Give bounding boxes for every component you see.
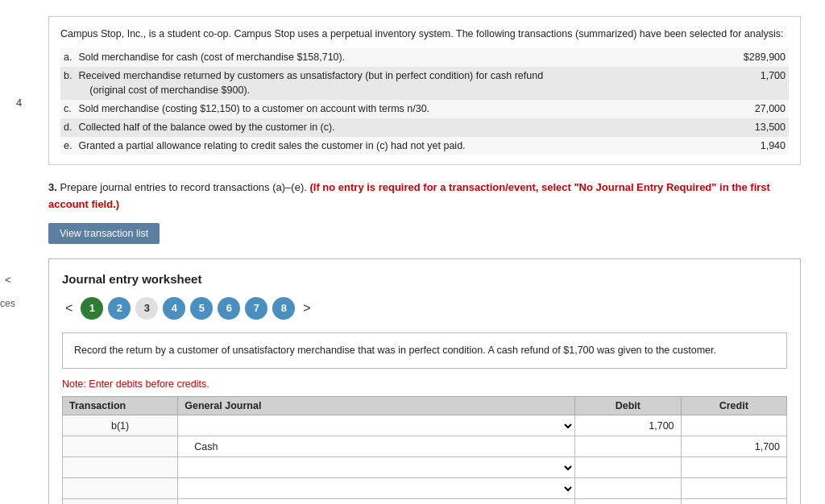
transaction-label bbox=[63, 499, 178, 504]
debit-value bbox=[575, 478, 681, 499]
debit-value bbox=[575, 457, 681, 478]
debit-value: 1,700 bbox=[575, 415, 681, 436]
list-item: e. Granted a partial allowance relating … bbox=[60, 137, 789, 155]
account-select-cell[interactable]: Sales Returns and Allowances Cash Accoun… bbox=[178, 478, 575, 499]
tab-7[interactable]: 7 bbox=[245, 297, 267, 320]
credit-value bbox=[681, 457, 786, 478]
credit-value bbox=[681, 499, 786, 504]
tab-8[interactable]: 8 bbox=[272, 297, 295, 320]
question-number: 3. bbox=[48, 181, 57, 193]
tab-navigation: < 1 2 3 4 5 6 7 8 > bbox=[62, 297, 787, 320]
account-select[interactable]: Sales Returns and Allowances Cash Accoun… bbox=[178, 418, 574, 434]
account-name: Cash bbox=[178, 436, 575, 457]
worksheet-title: Journal entry worksheet bbox=[62, 272, 787, 286]
table-row: Sales Returns and Allowances Cash Accoun… bbox=[63, 478, 787, 499]
tab-5[interactable]: 5 bbox=[190, 297, 213, 320]
intro-text: Campus Stop, Inc., is a student co-op. C… bbox=[60, 27, 789, 42]
col-header-debit: Debit bbox=[575, 397, 681, 415]
description-box: Record the return by a customer of unsat… bbox=[62, 333, 787, 369]
tab-2[interactable]: 2 bbox=[108, 297, 131, 320]
tab-prev-arrow[interactable]: < bbox=[62, 301, 76, 316]
col-header-credit: Credit bbox=[681, 397, 786, 415]
list-item: b. Received merchandise returned by cust… bbox=[60, 67, 789, 101]
account-select-cell[interactable]: Sales Returns and Allowances Cash Accoun… bbox=[178, 499, 575, 504]
tab-3[interactable]: 3 bbox=[135, 297, 158, 320]
transactions-table: a. Sold merchandise for cash (cost of me… bbox=[60, 48, 789, 155]
account-select[interactable]: Sales Returns and Allowances Cash Accoun… bbox=[178, 481, 574, 497]
list-item: a. Sold merchandise for cash (cost of me… bbox=[60, 48, 789, 67]
list-item: c. Sold merchandise (costing $12,150) to… bbox=[60, 100, 789, 118]
list-item: d. Collected half of the balance owed by… bbox=[60, 118, 789, 137]
account-select[interactable]: Sales Returns and Allowances Cash Accoun… bbox=[178, 460, 574, 476]
credit-value: 1,700 bbox=[681, 436, 786, 457]
table-row: Sales Returns and Allowances Cash Accoun… bbox=[63, 499, 787, 504]
tab-6[interactable]: 6 bbox=[218, 297, 240, 320]
question-line: 3. Prepare journal entries to record tra… bbox=[48, 180, 801, 213]
worksheet-box: Journal entry worksheet < 1 2 3 4 5 6 7 … bbox=[48, 258, 801, 504]
intro-box: Campus Stop, Inc., is a student co-op. C… bbox=[48, 16, 801, 165]
col-header-general-journal: General Journal bbox=[178, 397, 575, 415]
credit-value bbox=[681, 478, 786, 499]
transaction-label: b(1) bbox=[63, 415, 178, 436]
table-row: Cash 1,700 bbox=[63, 436, 787, 457]
ces-label: ces bbox=[0, 298, 15, 309]
journal-table: Transaction General Journal Debit Credit… bbox=[62, 396, 787, 504]
table-row: b(1) Sales Returns and Allowances Cash A… bbox=[63, 415, 787, 436]
tab-4[interactable]: 4 bbox=[163, 297, 185, 320]
transaction-label bbox=[63, 478, 178, 499]
tab-next-arrow[interactable]: > bbox=[300, 301, 313, 316]
debit-value bbox=[575, 499, 681, 504]
view-transaction-list-button[interactable]: View transaction list bbox=[48, 223, 160, 244]
account-select-cell[interactable]: Sales Returns and Allowances Cash Accoun… bbox=[178, 457, 575, 478]
side-number: 4 bbox=[16, 97, 22, 109]
account-select-cell[interactable]: Sales Returns and Allowances Cash Accoun… bbox=[178, 415, 575, 436]
debit-value bbox=[575, 436, 681, 457]
table-row: Sales Returns and Allowances Cash Accoun… bbox=[63, 457, 787, 478]
col-header-transaction: Transaction bbox=[63, 397, 178, 415]
note-text: Note: Enter debits before credits. bbox=[62, 378, 787, 390]
question-text: Prepare journal entries to record transa… bbox=[60, 181, 306, 193]
credit-value bbox=[681, 415, 786, 436]
side-arrow[interactable]: < bbox=[5, 274, 11, 286]
transaction-label bbox=[63, 457, 178, 478]
transaction-label bbox=[63, 436, 178, 457]
tab-1[interactable]: 1 bbox=[81, 297, 103, 320]
